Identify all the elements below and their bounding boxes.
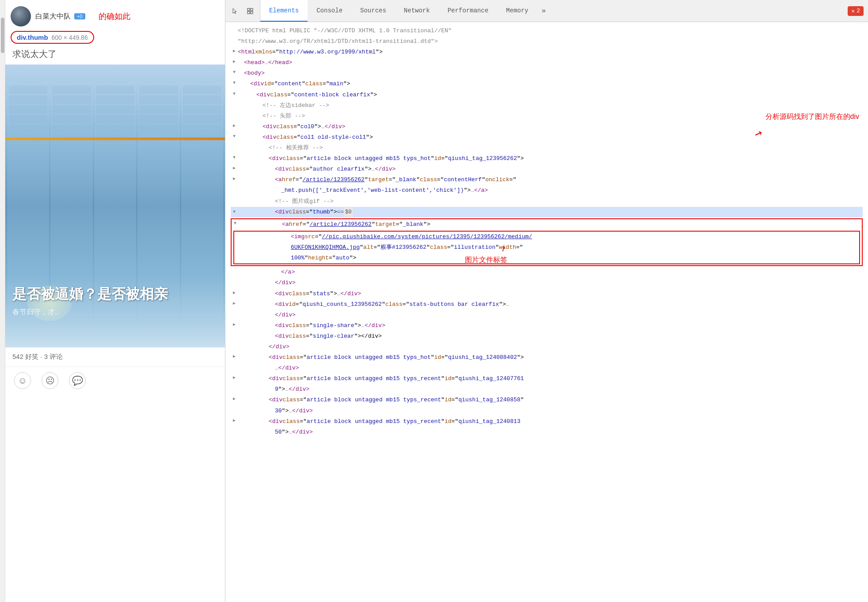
code-line-article-124081350-2: 50"> … </div> [231, 427, 863, 438]
close-button[interactable]: ✕ 2 [848, 6, 864, 16]
doctype-text: <!DOCTYPE html PUBLIC "-//W3C//DTD XHTML… [238, 26, 452, 36]
user-badge: +0 [74, 13, 85, 19]
html-tag-open: <html [238, 47, 255, 57]
red-box-img-section: ▼ <a href="/article/123956262" target="_… [231, 218, 863, 266]
dislike-icon: ☹ [46, 375, 55, 386]
dollar-0-badge: $0 [344, 207, 353, 217]
svg-rect-0 [247, 8, 250, 11]
code-line-body: ▼ <body> [231, 68, 863, 79]
code-line-doctype: <!DOCTYPE html PUBLIC "-//W3C//DTD XHTML… [231, 26, 863, 36]
tab-performance-label: Performance [448, 7, 488, 14]
code-line-dtd: "http://www.w3.org/TR/xhtml1/DTD/xhtml1-… [231, 36, 863, 47]
code-line-single-share: ▶ <div class="single-share"> … </div> [231, 320, 863, 331]
left-content: 白菜大中队 +0 的确如此 div.thumb 600 × 449.86 求说太… [5, 0, 225, 602]
close-count: 2 [857, 8, 860, 14]
code-line-img: <img src="//pic.qiushibaike.com/system/p… [234, 232, 859, 242]
more-label: » [542, 7, 546, 15]
avatar-image [11, 6, 31, 27]
code-line-comment-related: <!-- 相关推荐 --> [231, 143, 863, 153]
code-line-a-contentherf-2: _hmt.push(['_trackEvent','web-list-conte… [231, 185, 863, 196]
like-button[interactable]: ☺ [14, 372, 31, 389]
devtools-close-area: ✕ 2 [843, 6, 868, 16]
tab-memory-label: Memory [506, 7, 528, 14]
box-icon [247, 8, 254, 15]
left-panel: 白菜大中队 +0 的确如此 div.thumb 600 × 449.86 求说太… [0, 0, 225, 602]
div-dimensions: 600 × 449.86 [52, 34, 88, 41]
code-line-author: ▶ <div class="author clearfix"> … </div> [231, 164, 863, 175]
svg-rect-2 [247, 11, 250, 14]
devtools-tabs: Elements Console Sources Network Perform… [260, 0, 843, 22]
tab-performance[interactable]: Performance [439, 0, 497, 22]
annotation-right: 分析源码找到了图片所在的div [765, 110, 859, 122]
code-line-stats-buttons: ▶ <div id="qiushi_counts_123956262" clas… [231, 299, 863, 310]
code-line-comment-img: <!-- 图片或gif --> [231, 196, 863, 207]
username: 白菜大中队 [35, 12, 71, 21]
tab-more[interactable]: » [537, 0, 551, 22]
code-line-comment-sidebar: <!-- 左边sidebar --> [231, 100, 863, 111]
code-line-close-stats-buttons: </div> [231, 310, 863, 320]
tab-network[interactable]: Network [395, 0, 439, 22]
code-line-div-content: ▼ <div id="content" class="main"> [231, 79, 863, 89]
comment-icon: 💬 [72, 375, 83, 386]
code-line-a-article: ▼ <a href="/article/123956262" target="_… [232, 219, 862, 230]
code-line-single-clear: <div class="single-clear"></div> [231, 331, 863, 342]
code-line-article-124077619-2: 9"> … </div> [231, 384, 863, 395]
tab-memory[interactable]: Memory [497, 0, 537, 22]
code-line-head: ▶ <head>…</head> [231, 57, 863, 68]
tab-elements[interactable]: Elements [260, 0, 308, 22]
reaction-bar: ☺ ☹ 💬 [5, 367, 225, 394]
cursor-icon-btn[interactable] [229, 5, 241, 17]
tab-elements-label: Elements [269, 7, 299, 14]
close-x-icon: ✕ [851, 8, 855, 15]
dtd-text: "http://www.w3.org/TR/xhtml1/DTD/xhtml1-… [238, 37, 438, 46]
stats-bar: 542 好笑 · 3 评论 [5, 347, 225, 367]
code-line-col0: ▶ <div class="col0"> … </div> [231, 122, 863, 132]
div-tooltip: div.thumb 600 × 449.86 [11, 31, 94, 44]
code-line-close-article: </div> [231, 342, 863, 352]
image-overlay-small: 春节归守，才.. [5, 306, 225, 319]
image-area: 是否被逼婚？是否被相亲 春节归守，才.. [5, 65, 225, 347]
box-icon-btn[interactable] [244, 5, 256, 17]
code-line-a-contentherf: ▶ <a href="/article/123956262" target="_… [231, 175, 863, 185]
like-icon: ☺ [18, 376, 27, 386]
content-text-value: 求说太大了 [12, 49, 57, 59]
code-line-content-block: ▼ <div class="content-block clearfix"> [231, 90, 863, 100]
tab-console-label: Console [316, 7, 343, 14]
stats-text: 542 好笑 · 3 评论 [12, 353, 63, 360]
code-line-col1: ▼ <div class="col1 old-style-col1"> [231, 132, 863, 143]
cursor-icon [232, 8, 239, 15]
devtools-content[interactable]: 分析源码找到了图片所在的div ↙ <!DOCTYPE html PUBLIC … [225, 22, 868, 602]
code-line-article-124085830: ▶ <div class="article block untagged mb1… [231, 395, 863, 405]
code-line-close-div-thumb: </div> [231, 278, 863, 288]
annotation-bottom: 图片文件标签 [465, 254, 507, 266]
code-line-article-124077619: ▶ <div class="article block untagged mb1… [231, 373, 863, 384]
code-line-div-thumb-selected[interactable]: ▼ <div class =" thumb "> == $0 [231, 207, 863, 217]
code-line-close-a: </a> [231, 267, 863, 278]
code-line-article-124088402-2: … </div> [231, 363, 863, 373]
svg-rect-1 [251, 8, 253, 11]
left-scrollbar-thumb [1, 18, 4, 53]
dislike-button[interactable]: ☹ [42, 372, 58, 389]
code-line-article-124088402: ▶ <div class="article block untagged mb1… [231, 352, 863, 363]
tab-network-label: Network [404, 7, 430, 14]
left-scrollbar[interactable] [0, 0, 5, 602]
devtools-panel: Elements Console Sources Network Perform… [225, 0, 868, 602]
orange-bar [5, 137, 225, 140]
devtools-toolbar: Elements Console Sources Network Perform… [225, 0, 868, 22]
code-line-stats: ▶ <div class="stats"> … </div> [231, 289, 863, 299]
annotation-top: 的确如此 [99, 11, 130, 22]
div-tooltip-name: div.thumb [17, 34, 48, 41]
tab-sources[interactable]: Sources [351, 0, 395, 22]
avatar [11, 6, 31, 27]
image-overlay-text: 是否被逼婚？是否被相亲 [5, 281, 225, 308]
code-line-html: ▶ <html xmlns="http://www.w3.org/1999/xh… [231, 47, 863, 57]
tab-console[interactable]: Console [308, 0, 351, 22]
svg-rect-3 [251, 11, 253, 14]
content-text: 求说太大了 [5, 46, 225, 65]
code-line-article-124085830-2: 30"> … </div> [231, 406, 863, 416]
comment-button[interactable]: 💬 [69, 372, 86, 389]
code-line-article-124081350: ▶ <div class="article block untagged mb1… [231, 416, 863, 427]
code-line-img-3: 100%" height="auto"> [234, 253, 859, 263]
code-line-img-2: 6UKFON1KHKQIHMOA.jpg" alt="糗事#123956262"… [234, 242, 859, 253]
user-bar: 白菜大中队 +0 的确如此 [5, 0, 225, 31]
